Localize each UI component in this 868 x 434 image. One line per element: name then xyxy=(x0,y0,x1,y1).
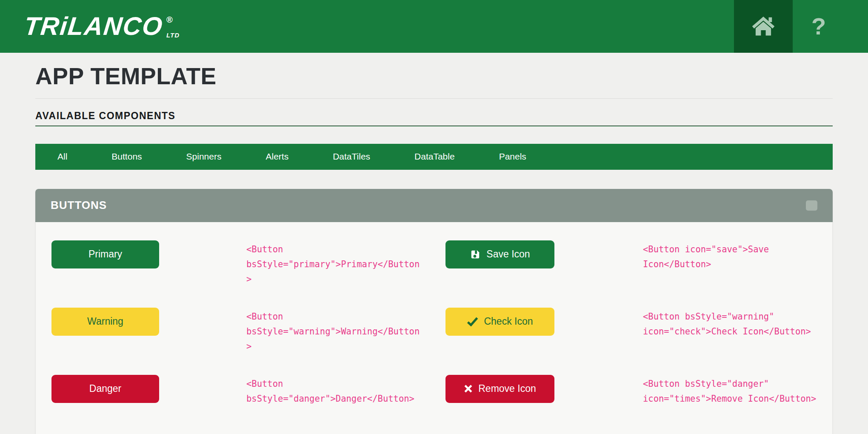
title-divider xyxy=(35,98,833,99)
component-tabs: All Buttons Spinners Alerts DataTiles Da… xyxy=(35,144,833,170)
code-snippet-save: <Button icon="save">Save Icon</Button> xyxy=(643,242,817,272)
save-icon xyxy=(470,249,481,260)
cell: <Button bsStyle="danger">Danger</Button> xyxy=(246,375,445,406)
help-button[interactable]: ? xyxy=(793,0,845,53)
tab-alerts[interactable]: Alerts xyxy=(243,144,311,170)
code-snippet-warning: <Button bsStyle="warning">Warning</Butto… xyxy=(246,309,445,354)
code-snippet-primary: <Button bsStyle="primary">Primary</Butto… xyxy=(246,242,445,287)
cell: Primary xyxy=(51,240,246,268)
cell: Check Icon xyxy=(445,308,643,336)
tab-datatable[interactable]: DataTable xyxy=(392,144,477,170)
section-heading: AVAILABLE COMPONENTS xyxy=(35,110,833,122)
cell: <Button bsStyle="primary">Primary</Butto… xyxy=(246,240,445,287)
cell: <Button bsStyle="warning">Warning</Butto… xyxy=(246,308,445,354)
app-header: TRiLANCO ® LTD ? xyxy=(0,0,868,53)
cell: Warning xyxy=(51,308,246,336)
tab-buttons[interactable]: Buttons xyxy=(89,144,164,170)
code-snippet-danger: <Button bsStyle="danger">Danger</Button> xyxy=(246,377,445,406)
home-icon xyxy=(751,15,775,38)
code-snippet-check: <Button bsStyle="warning" icon="check">C… xyxy=(643,309,817,339)
buttons-row-primary: Primary <Button bsStyle="primary">Primar… xyxy=(51,240,817,268)
code-snippet-times: <Button bsStyle="danger" icon="times">Re… xyxy=(643,377,817,406)
buttons-row-warning: Warning <Button bsStyle="warning">Warnin… xyxy=(51,308,817,336)
header-spacer xyxy=(180,0,734,53)
remove-icon-button[interactable]: Remove Icon xyxy=(445,375,554,403)
registered-trademark-icon: ® xyxy=(166,15,180,24)
save-icon-button[interactable]: Save Icon xyxy=(445,240,554,268)
check-icon-button[interactable]: Check Icon xyxy=(445,308,554,336)
check-icon xyxy=(467,317,478,326)
buttons-row-danger: Danger <Button bsStyle="danger">Danger</… xyxy=(51,375,817,403)
tab-panels[interactable]: Panels xyxy=(477,144,548,170)
button-label: Remove Icon xyxy=(478,383,536,394)
primary-button[interactable]: Primary xyxy=(51,240,159,268)
panel-collapse-button[interactable] xyxy=(806,200,817,211)
question-icon: ? xyxy=(811,14,826,38)
section-underline xyxy=(35,126,833,126)
cell: <Button icon="save">Save Icon</Button> xyxy=(643,240,817,272)
tab-datatiles[interactable]: DataTiles xyxy=(311,144,392,170)
logo-text: TRiLANCO xyxy=(23,14,164,39)
button-label: Check Icon xyxy=(484,316,533,327)
logo-marks: ® LTD xyxy=(166,14,180,38)
cell: Danger xyxy=(51,375,246,403)
home-button[interactable] xyxy=(734,0,793,53)
times-icon xyxy=(464,384,473,393)
trilanco-logo: TRiLANCO ® LTD xyxy=(24,0,180,53)
cell: <Button bsStyle="danger" icon="times">Re… xyxy=(643,375,817,406)
warning-button[interactable]: Warning xyxy=(51,308,159,336)
cell: <Button bsStyle="warning" icon="check">C… xyxy=(643,308,817,339)
panel-header: BUTTONS xyxy=(35,189,833,222)
page-title: APP TEMPLATE xyxy=(35,64,833,89)
panel-body: Primary <Button bsStyle="primary">Primar… xyxy=(35,222,833,434)
panel-title: BUTTONS xyxy=(51,199,107,212)
screen: TRiLANCO ® LTD ? APP TEMPLA xyxy=(0,0,868,434)
cell: Remove Icon xyxy=(445,375,643,403)
button-label: Save Icon xyxy=(486,248,530,260)
tab-spinners[interactable]: Spinners xyxy=(164,144,244,170)
main-content: APP TEMPLATE AVAILABLE COMPONENTS All Bu… xyxy=(35,64,833,434)
tab-all[interactable]: All xyxy=(35,144,89,170)
cell: Save Icon xyxy=(445,240,643,268)
danger-button[interactable]: Danger xyxy=(51,375,159,403)
logo-ltd: LTD xyxy=(166,32,180,38)
buttons-panel: BUTTONS Primary <Button bsStyle="primary… xyxy=(35,189,833,434)
